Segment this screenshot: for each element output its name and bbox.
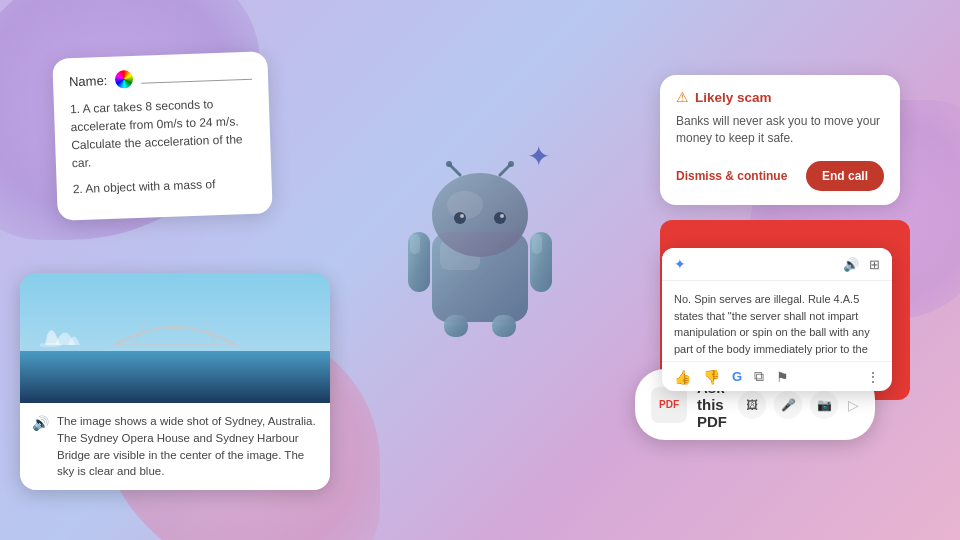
pdf-mic-button[interactable]: 🎤 bbox=[774, 391, 802, 419]
google-search-icon[interactable]: G bbox=[732, 369, 742, 384]
gemini-icon: ✦ bbox=[674, 256, 686, 272]
pdf-camera-button[interactable]: 📷 bbox=[810, 391, 838, 419]
svg-line-20 bbox=[500, 165, 510, 175]
homework-card: Name: 1. A car takes 8 seconds to accele… bbox=[52, 51, 273, 220]
svg-rect-23 bbox=[432, 232, 528, 322]
scam-body: Banks will never ask you to move your mo… bbox=[676, 113, 884, 147]
sydney-card: 🔊 The image shows a wide shot of Sydney,… bbox=[20, 273, 330, 490]
chat-header-left: ✦ bbox=[674, 256, 686, 272]
pdf-image-button[interactable]: 🖼 bbox=[738, 391, 766, 419]
flag-icon[interactable]: ⚑ bbox=[776, 369, 789, 385]
pdf-icon-text: PDF bbox=[659, 399, 679, 410]
android-figure bbox=[400, 160, 560, 340]
chat-card: ✦ 🔊 ⊞ No. Spin serves are illegal. Rule … bbox=[662, 248, 892, 391]
scam-title: Likely scam bbox=[695, 90, 772, 105]
homework-item-1: 1. A car takes 8 seconds to accelerate f… bbox=[70, 94, 255, 172]
volume-icon[interactable]: 🔊 bbox=[843, 257, 859, 272]
sydney-text: The image shows a wide shot of Sydney, A… bbox=[57, 413, 318, 480]
scam-alert-card: ⚠ Likely scam Banks will never ask you t… bbox=[660, 75, 900, 205]
scam-buttons: Dismiss & continue End call bbox=[676, 161, 884, 191]
dismiss-button[interactable]: Dismiss & continue bbox=[676, 169, 787, 183]
sydney-image bbox=[20, 273, 330, 403]
chat-actions: 👍 👎 G ⧉ ⚑ ⋮ bbox=[662, 361, 892, 391]
color-picker-icon bbox=[115, 70, 134, 89]
pdf-icon: PDF bbox=[651, 387, 687, 423]
svg-rect-5 bbox=[410, 234, 420, 254]
name-label: Name: bbox=[69, 72, 108, 88]
svg-point-21 bbox=[508, 161, 514, 167]
warning-icon: ⚠ bbox=[676, 89, 689, 105]
homework-content: 1. A car takes 8 seconds to accelerate f… bbox=[70, 94, 256, 198]
pdf-send-button[interactable]: ▷ bbox=[848, 397, 859, 413]
chat-header-icons: 🔊 ⊞ bbox=[843, 257, 880, 272]
more-options-icon[interactable]: ⋮ bbox=[866, 369, 880, 385]
sound-icon: 🔊 bbox=[32, 415, 49, 431]
thumbs-down-icon[interactable]: 👎 bbox=[703, 369, 720, 385]
thumbs-up-icon[interactable]: 👍 bbox=[674, 369, 691, 385]
share-icon[interactable]: ⊞ bbox=[869, 257, 880, 272]
name-underline bbox=[141, 70, 252, 84]
svg-rect-7 bbox=[532, 234, 542, 254]
android-robot: ✦ bbox=[400, 160, 560, 360]
chat-header: ✦ 🔊 ⊞ bbox=[662, 248, 892, 281]
homework-item-2: 2. An object with a mass of bbox=[72, 174, 256, 198]
homework-name-row: Name: bbox=[69, 66, 253, 90]
scam-header: ⚠ Likely scam bbox=[676, 89, 884, 105]
copy-icon[interactable]: ⧉ bbox=[754, 368, 764, 385]
pdf-action-icons: 🖼 🎤 📷 bbox=[738, 391, 838, 419]
svg-point-19 bbox=[446, 161, 452, 167]
sydney-description: 🔊 The image shows a wide shot of Sydney,… bbox=[20, 403, 330, 490]
sparkle-icon: ✦ bbox=[527, 140, 550, 173]
chat-body: No. Spin serves are illegal. Rule 4.A.5 … bbox=[662, 281, 892, 361]
svg-line-18 bbox=[450, 165, 460, 175]
end-call-button[interactable]: End call bbox=[806, 161, 884, 191]
